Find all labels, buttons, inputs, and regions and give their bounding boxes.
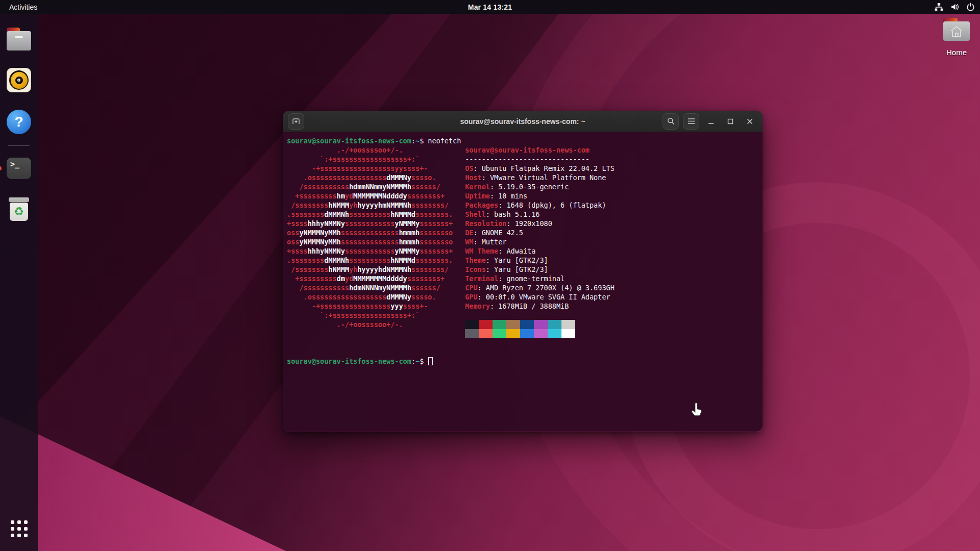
dock-item-terminal[interactable]: >_ xyxy=(4,153,34,184)
close-button[interactable] xyxy=(742,114,757,129)
neofetch-info-row: Theme: Yaru [GTK2/3] xyxy=(465,256,615,265)
dock: ? >_ ♻ xyxy=(0,14,38,551)
network-wired-icon[interactable] xyxy=(935,3,943,11)
info-label: WM xyxy=(465,238,473,246)
info-label: CPU xyxy=(465,284,477,292)
palette-swatch xyxy=(520,320,534,329)
dock-item-trash[interactable]: ♻ xyxy=(4,194,34,224)
search-button[interactable] xyxy=(663,113,679,130)
ascii-line: +ssssssssshmydMMMMMMMNddddyssssssss+ xyxy=(287,191,453,201)
info-value: : 1648 (dpkg), 6 (flatpak) xyxy=(498,201,606,209)
info-value: : Yaru [GTK2/3] xyxy=(486,265,548,273)
info-label: Kernel xyxy=(465,183,490,191)
neofetch-info-row: DE: GNOME 42.5 xyxy=(465,228,615,237)
neofetch-info-row: Packages: 1648 (dpkg), 6 (flatpak) xyxy=(465,201,615,210)
window-titlebar[interactable]: sourav@sourav-itsfoss-news-com: ~ xyxy=(283,111,763,132)
info-label: DE xyxy=(465,229,473,237)
terminal-content[interactable]: sourav@sourav-itsfoss-news-com:~$neofetc… xyxy=(283,132,763,432)
info-label: Shell xyxy=(465,210,486,218)
info-value: : 1678MiB / 3888MiB xyxy=(490,302,569,310)
dock-item-help[interactable]: ? xyxy=(4,107,34,137)
palette-swatch xyxy=(479,320,493,329)
palette-swatch xyxy=(548,329,561,338)
top-bar: Activities Mar 14 13:21 xyxy=(0,0,980,14)
neofetch-ascii: .-/+oossssoo+/-. `:+ssssssssssssssssss+:… xyxy=(287,145,453,338)
ascii-line: .ossssssssssssssssssdMMMNysssso. xyxy=(287,173,453,182)
ascii-line: ossyNMMMNyMMhsssssssssssssshmmmhssssssso xyxy=(287,237,453,246)
palette-swatch xyxy=(534,320,548,329)
info-label: Memory xyxy=(465,302,490,310)
neofetch-info-separator: ------------------------------ xyxy=(465,155,615,164)
desktop-home-icon[interactable]: Home xyxy=(938,20,975,57)
palette-swatch xyxy=(465,320,479,329)
minimize-button[interactable] xyxy=(703,114,719,129)
palette-swatch xyxy=(506,320,520,329)
neofetch-info-row: Shell: bash 5.1.16 xyxy=(465,210,615,219)
volume-icon[interactable] xyxy=(950,3,959,11)
info-value: : VMware Virtual Platform None xyxy=(482,173,606,182)
info-value: : gnome-terminal xyxy=(498,274,565,283)
info-value: : 5.19.0-35-generic xyxy=(490,183,569,191)
home-label: Home xyxy=(946,48,967,57)
prompt-user-host: sourav@sourav-itsfoss-news-com xyxy=(287,137,411,145)
ascii-line: .ssssssssdMMMNhsssssssssshNMMMdssssssss. xyxy=(287,256,453,265)
neofetch-info-row: Kernel: 5.19.0-35-generic xyxy=(465,182,615,191)
palette-swatch xyxy=(506,329,520,338)
system-status-area[interactable] xyxy=(935,3,975,11)
palette-swatch xyxy=(534,329,548,338)
info-value: : 980x551 xyxy=(506,219,552,228)
show-applications-button[interactable] xyxy=(4,513,34,544)
menu-button[interactable] xyxy=(683,113,699,130)
rhythmbox-icon xyxy=(7,68,31,92)
maximize-button[interactable] xyxy=(723,114,738,129)
palette-swatch xyxy=(561,329,575,338)
info-label: GPU xyxy=(465,293,477,301)
dock-item-files[interactable] xyxy=(4,25,34,56)
ascii-line: +sssshhhyNMMNyssssssssssssyNMMMysssssss+ xyxy=(287,219,453,228)
command-text: neofetch xyxy=(428,137,461,145)
info-value: : Yaru [GTK2/3] xyxy=(486,256,548,264)
ascii-line: ossyNMMMNyMMhsssssssssssssshmmmhssssssso xyxy=(287,228,453,237)
power-icon[interactable] xyxy=(966,3,975,11)
current-prompt-line: sourav@sourav-itsfoss-news-com:~$ xyxy=(287,357,758,366)
ascii-line: +sssssssssdmydMMMMMMMMddddyssssssss+ xyxy=(287,274,453,283)
palette-row xyxy=(465,320,615,329)
terminal-icon: >_ xyxy=(7,158,31,179)
info-value: : Mutter xyxy=(473,238,506,246)
activities-button[interactable]: Activities xyxy=(0,0,46,14)
dock-separator xyxy=(8,145,30,146)
neofetch-info-row: Memory: 1678MiB / 3888MiB xyxy=(465,302,615,311)
palette-swatch xyxy=(520,329,534,338)
command-line: sourav@sourav-itsfoss-news-com:~$neofetc… xyxy=(287,136,758,145)
clock[interactable]: Mar 14 13:21 xyxy=(468,3,512,11)
ascii-line: /sssssssshNMMMyhhyyyyhmNMMMNhssssssss/ xyxy=(287,201,453,210)
mouse-cursor xyxy=(690,402,703,418)
neofetch-info-row: OS: Ubuntu Flatpak Remix 22.04.2 LTS xyxy=(465,164,615,173)
dock-item-rhythmbox[interactable] xyxy=(4,65,34,95)
app-grid-icon xyxy=(11,520,28,537)
palette-swatch xyxy=(493,320,506,329)
ascii-line: /ssssssssssshdmmNNmmyNMMMMhssssss/ xyxy=(287,182,453,191)
info-value: : GNOME 42.5 xyxy=(473,229,523,237)
terminal-cursor xyxy=(428,357,433,365)
info-label: OS xyxy=(465,164,473,172)
neofetch-info-row: WM Theme: Adwaita xyxy=(465,246,615,256)
ascii-line: -+ssssssssssssssssssyyssss+- xyxy=(287,164,453,173)
neofetch-info-row: WM: Mutter xyxy=(465,237,615,246)
info-label: Host xyxy=(465,173,482,182)
terminal-window: sourav@sourav-itsfoss-news-com: ~ xyxy=(283,111,763,432)
neofetch-info-row: Uptime: 10 mins xyxy=(465,191,615,201)
neofetch-info-row: Icons: Yaru [GTK2/3] xyxy=(465,265,615,274)
info-label: Theme xyxy=(465,256,486,264)
prompt-dollar: $ xyxy=(420,137,424,145)
info-label: Resolution xyxy=(465,219,506,228)
new-tab-button[interactable] xyxy=(288,113,304,130)
ascii-line: +sssshhhyNMMNyssssssssssssyNMMMysssssss+ xyxy=(287,246,453,256)
neofetch-info-row: Host: VMware Virtual Platform None xyxy=(465,173,615,182)
palette-swatch xyxy=(479,329,493,338)
ascii-line: /sssssssshNMMMyhhyyyyhdNMMMNhssssssss/ xyxy=(287,265,453,274)
info-value: : Adwaita xyxy=(498,247,535,255)
palette-swatch xyxy=(465,329,479,338)
home-folder-icon xyxy=(943,20,970,43)
help-icon: ? xyxy=(7,110,31,134)
